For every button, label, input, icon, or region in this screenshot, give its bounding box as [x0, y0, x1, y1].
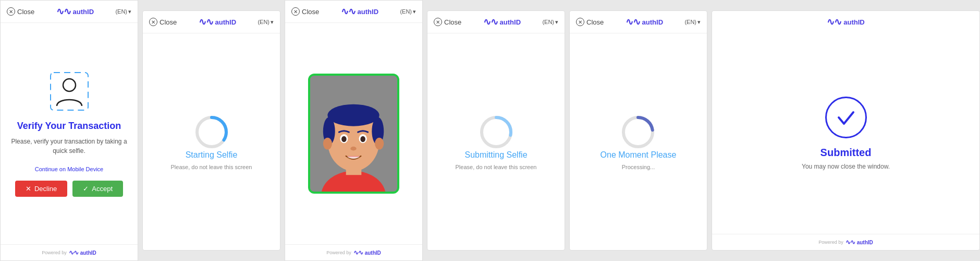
- footer-brand-6: authID: [857, 240, 873, 245]
- close-button-3[interactable]: ✕ Close: [291, 7, 319, 16]
- check-svg: [835, 106, 858, 129]
- authid-logo-3: ∿∿ authID: [341, 6, 378, 17]
- authid-wave-4: ∿∿: [483, 16, 498, 28]
- close-button-5[interactable]: ✕ Close: [576, 18, 604, 26]
- authid-name-2: authID: [215, 18, 236, 26]
- close-button-1[interactable]: ✕ Close: [7, 7, 34, 16]
- panel-submitted: ∿∿ authID Submitted You may now close th…: [712, 10, 980, 251]
- authid-logo-5: ∿∿ authID: [626, 16, 663, 28]
- authid-logo-4: ∿∿ authID: [483, 16, 521, 28]
- authid-wave-1: ∿∿: [56, 6, 71, 17]
- svg-point-17: [350, 147, 356, 151]
- lang-selector-5[interactable]: (EN) ▾: [684, 19, 701, 26]
- footer-wave-3: ∿∿: [353, 249, 363, 256]
- panel-4-header: ✕ Close ∿∿ authID (EN) ▾: [427, 11, 565, 33]
- verify-title: Verify Your Transaction: [17, 121, 121, 132]
- close-label-4: Close: [444, 18, 461, 26]
- svg-point-11: [323, 138, 332, 150]
- authid-logo-2: ∿∿ authID: [199, 16, 236, 28]
- decline-button[interactable]: ✕ Decline: [15, 181, 67, 197]
- submitting-selfie-title: Submitting Selfie: [464, 150, 527, 160]
- lang-chevron-5: ▾: [697, 19, 701, 26]
- submitted-desc: You may now close the window.: [802, 163, 890, 170]
- one-moment-content: One Moment Please Processing...: [590, 33, 687, 250]
- submitted-content: Submitted You may now close the window.: [791, 33, 900, 234]
- panel-camera: ✕ Close ∿∿ authID (EN) ▾: [285, 0, 423, 261]
- starting-selfie-title: Starting Selfie: [186, 150, 238, 160]
- panel-6-header: ∿∿ authID: [712, 11, 979, 33]
- accept-label: Accept: [92, 185, 113, 193]
- authid-wave-2: ∿∿: [199, 16, 213, 28]
- avatar-svg: [310, 74, 397, 194]
- authid-name-1: authID: [73, 8, 94, 16]
- close-button-4[interactable]: ✕ Close: [434, 18, 461, 26]
- svg-point-1: [63, 79, 76, 91]
- starting-selfie-content: Starting Selfie Please, do not leave thi…: [161, 33, 263, 250]
- close-label-1: Close: [17, 8, 34, 16]
- footer-powered-6: Powered by: [818, 240, 843, 245]
- footer-powered-1: Powered by: [42, 250, 67, 255]
- close-icon-1: ✕: [7, 7, 15, 16]
- lang-chevron-4: ▾: [555, 19, 558, 26]
- panel-submitting-selfie: ✕ Close ∿∿ authID (EN) ▾ Submitting Self…: [427, 10, 565, 251]
- close-label-5: Close: [586, 18, 604, 26]
- close-label-2: Close: [160, 18, 177, 26]
- lang-label-1: (EN): [115, 8, 127, 15]
- panel-6-footer: Powered by ∿∿ authID: [712, 234, 979, 250]
- lang-label-2: (EN): [258, 19, 270, 25]
- one-moment-title: One Moment Please: [601, 150, 677, 160]
- panel-starting-selfie: ✕ Close ∿∿ authID (EN) ▾ Starting Selfie…: [142, 10, 280, 251]
- panel-1-footer: Powered by ∿∿ authID: [1, 244, 138, 260]
- close-icon-5: ✕: [576, 18, 584, 26]
- lang-chevron-1: ▾: [128, 8, 131, 15]
- panel-1-header: ✕ Close ∿∿ authID (EN) ▾: [1, 1, 138, 23]
- panel-3-footer: Powered by ∿∿ authID: [285, 244, 422, 260]
- accept-button[interactable]: ✓ Accept: [72, 181, 123, 197]
- submitted-check-icon: [825, 97, 867, 138]
- user-scan-icon: [48, 70, 90, 112]
- authid-wave-6: ∿∿: [827, 16, 841, 28]
- lang-label-4: (EN): [542, 19, 554, 25]
- svg-point-16: [360, 136, 365, 142]
- starting-selfie-desc: Please, do not leave this screen: [171, 164, 252, 170]
- loading-spinner-2: [193, 114, 230, 150]
- footer-wave-1: ∿∿: [69, 249, 78, 256]
- lang-chevron-3: ▾: [413, 8, 416, 15]
- submitted-title: Submitted: [820, 147, 872, 159]
- continue-mobile: Continue on Mobile Device: [35, 166, 103, 172]
- footer-brand-1: authID: [80, 250, 96, 256]
- decline-label: Decline: [34, 185, 57, 193]
- footer-brand-3: authID: [365, 250, 381, 256]
- footer-wave-6: ∿∿: [846, 239, 855, 246]
- panel-1-content: Verify Your Transaction Please, verify y…: [1, 23, 138, 244]
- lang-chevron-2: ▾: [271, 19, 274, 26]
- close-label-3: Close: [302, 8, 319, 16]
- camera-area: [285, 23, 422, 244]
- close-button-2[interactable]: ✕ Close: [149, 18, 177, 26]
- lang-selector-1[interactable]: (EN) ▾: [115, 8, 131, 15]
- lang-selector-3[interactable]: (EN) ▾: [400, 8, 416, 15]
- svg-point-12: [375, 138, 384, 150]
- panel-one-moment: ✕ Close ∿∿ authID (EN) ▾ One Moment Plea…: [569, 10, 707, 251]
- submitting-selfie-desc: Please, do not leave this screen: [456, 164, 537, 170]
- panel-5-header: ✕ Close ∿∿ authID (EN) ▾: [570, 11, 707, 33]
- submitting-selfie-content: Submitting Selfie Please, do not leave t…: [445, 33, 547, 250]
- authid-name-5: authID: [642, 18, 663, 26]
- authid-logo-6: ∿∿ authID: [827, 16, 864, 28]
- camera-frame: [308, 74, 399, 194]
- decline-x-icon: ✕: [26, 185, 31, 193]
- authid-name-6: authID: [843, 18, 864, 26]
- lang-selector-4[interactable]: (EN) ▾: [542, 19, 558, 26]
- close-icon-2: ✕: [149, 18, 157, 26]
- button-row: ✕ Decline ✓ Accept: [15, 181, 123, 197]
- close-icon-3: ✕: [291, 7, 300, 16]
- accept-check-icon: ✓: [83, 185, 89, 193]
- panel-2-header: ✕ Close ∿∿ authID (EN) ▾: [143, 11, 280, 33]
- svg-point-8: [327, 104, 379, 126]
- lang-selector-2[interactable]: (EN) ▾: [258, 19, 274, 26]
- loading-spinner-5: [620, 114, 656, 150]
- authid-wave-5: ∿∿: [626, 16, 640, 28]
- authid-name-3: authID: [358, 8, 378, 16]
- panel-verify: ✕ Close ∿∿ authID (EN) ▾ Verify Your Tra…: [0, 0, 138, 261]
- footer-powered-3: Powered by: [326, 250, 351, 255]
